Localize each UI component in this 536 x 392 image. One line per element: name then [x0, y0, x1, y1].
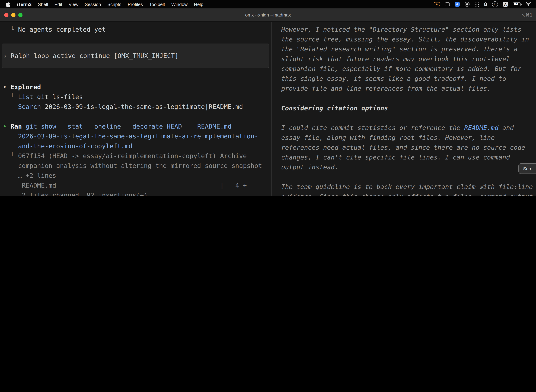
menu-item-view[interactable]: View: [65, 2, 81, 7]
left-transcript: • Explored └ List git ls-files Search 20…: [0, 82, 271, 196]
window-shortcut-badge: ⌥⌘1: [521, 13, 532, 17]
terminal-line: [274, 93, 536, 103]
window-title-bar: omx --xhigh --madmax ⌥⌘1: [0, 9, 536, 22]
dark-app-icon[interactable]: [464, 2, 469, 7]
menu-status-icons: 8 .61 A ϟ: [434, 1, 532, 7]
terminal-line: [274, 172, 536, 182]
terminal-line: Search 2026-03-09-is-legal-the-same-as-l…: [3, 102, 271, 112]
terminal-line: references need actual files, and since …: [274, 143, 536, 152]
terminal-line: └ 067f154 (HEAD -> essay/ai-reimplementa…: [3, 151, 271, 161]
menu-left: iTerm2ShellEditViewSessionScriptsProfile…: [4, 1, 206, 7]
terminal-line: changes, I can't cite specific file line…: [274, 152, 536, 162]
terminal-line: README.md | 4 +: [3, 181, 271, 190]
terminal-line: the "Related research writing" section i…: [274, 44, 536, 54]
screenshot-root: iTerm2ShellEditViewSessionScriptsProfile…: [0, 0, 536, 196]
terminal-area: └ No agents completed yet › Ralph loop a…: [0, 22, 536, 196]
left-agent-pane[interactable]: └ No agents completed yet › Ralph loop a…: [0, 22, 271, 196]
battery-percent-widget-icon[interactable]: .61: [492, 1, 498, 7]
battery-icon[interactable]: ϟ: [513, 2, 521, 6]
screen-recording-indicator-icon[interactable]: [434, 2, 440, 6]
terminal-line: › Ralph loop active continue [OMX_TMUX_I…: [3, 51, 266, 61]
right-transcript: However, I noticed the "Directory Struct…: [272, 25, 536, 196]
menu-item-profiles[interactable]: Profiles: [124, 2, 146, 7]
terminal-line: 2 files changed, 92 insertions(+): [3, 190, 271, 196]
terminal-line: evidence. Since this change only affects…: [274, 192, 536, 196]
charging-bolt-icon: ϟ: [516, 2, 518, 6]
terminal-line: this single essay, it seems like a good …: [274, 74, 536, 84]
right-agent-pane[interactable]: However, I noticed the "Directory Struct…: [272, 22, 536, 196]
menu-item-session[interactable]: Session: [81, 2, 104, 7]
menu-item-toolbelt[interactable]: Toolbelt: [146, 2, 168, 7]
apple-menu-icon[interactable]: [4, 1, 14, 7]
terminal-line: output instead.: [274, 162, 536, 172]
menu-item-window[interactable]: Window: [168, 2, 191, 7]
terminal-line: … +2 lines: [3, 171, 271, 181]
menu-item-shell[interactable]: Shell: [35, 2, 51, 7]
menu-item-edit[interactable]: Edit: [51, 2, 65, 7]
terminal-line: provide file and line references from th…: [274, 84, 536, 93]
terminal-line: └ List git ls-files: [3, 92, 271, 102]
ralph-loop-banner: › Ralph loop active continue [OMX_TMUX_I…: [2, 44, 269, 68]
terminal-line: I could cite commit statistics or refere…: [274, 123, 536, 133]
terminal-line: • Ran git show --stat --oneline --decora…: [3, 121, 271, 131]
menu-item-help[interactable]: Help: [191, 2, 207, 7]
traffic-lights: [4, 13, 23, 17]
dots-grid-icon[interactable]: [474, 2, 479, 6]
close-button[interactable]: [4, 13, 9, 17]
input-source-icon[interactable]: A: [503, 2, 508, 7]
terminal-line: companion analysis without altering the …: [3, 161, 271, 171]
terminal-line: • Explored: [3, 82, 271, 92]
terminal-line: and-the-erosion-of-copyleft.md: [3, 141, 271, 151]
terminal-line: [274, 113, 536, 123]
window-manager-icon[interactable]: [445, 2, 450, 6]
terminal-line: The team guideline is to back every impo…: [274, 182, 536, 192]
window-title: omx --xhigh --madmax: [0, 12, 536, 18]
terminal-line: └ No agents completed yet: [3, 25, 271, 34]
terminal-line: [3, 112, 271, 121]
zoom-button[interactable]: [18, 13, 23, 17]
menu-item-iterm2[interactable]: iTerm2: [14, 2, 35, 7]
blue-app-icon[interactable]: [455, 2, 460, 7]
terminal-line: the source tree, missing the essay. Stil…: [274, 34, 536, 44]
minimize-button[interactable]: [11, 13, 15, 17]
terminal-line: However, I noticed the "Directory Struct…: [274, 25, 536, 34]
terminal-line: essay file, along with finding root file…: [274, 133, 536, 143]
left-top-lines: └ No agents completed yet: [0, 25, 271, 34]
terminal-line: companion file, especially if more comme…: [274, 64, 536, 74]
menu-items: iTerm2ShellEditViewSessionScriptsProfile…: [14, 2, 206, 7]
screen-share-overlay-button[interactable]: Scre: [519, 163, 536, 174]
terminal-line: slight risk that future readers may over…: [274, 54, 536, 64]
menu-item-scripts[interactable]: Scripts: [104, 2, 124, 7]
wifi-icon[interactable]: [526, 1, 531, 7]
app-8-icon[interactable]: 8: [484, 2, 487, 6]
terminal-line: 2026-03-09-is-legal-the-same-as-legitima…: [3, 131, 271, 141]
macos-menu-bar: iTerm2ShellEditViewSessionScriptsProfile…: [0, 0, 536, 9]
terminal-line: Considering citation options: [274, 103, 536, 113]
